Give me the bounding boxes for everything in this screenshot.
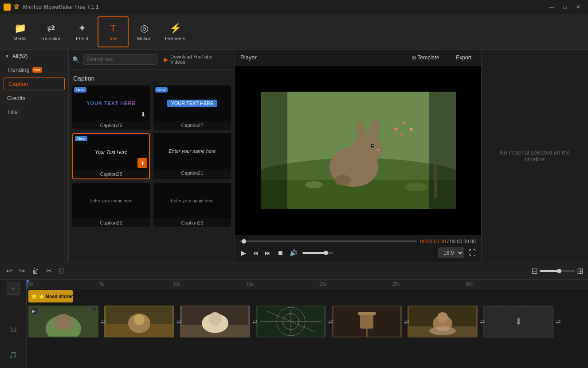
caption-card-28[interactable]: New Your Text Here + Caption28 (72, 133, 150, 179)
add-media-button[interactable]: + (7, 282, 20, 295)
volume-slider[interactable] (302, 252, 333, 254)
sticker-track-row: Track1 ⭐ ⭐ Mood stickers (27, 289, 588, 304)
player-controls: 00:00:00.00 / 00:00:30.00 ▶ ⏮ ⏭ ⏹ 🔊 16:9 (235, 235, 481, 262)
caption26-text: YOUR TEXT HERE (86, 101, 136, 106)
time-display: 00:00:00.00 / 00:00:30.00 (420, 239, 476, 244)
transition-3[interactable]: ⇄ (252, 318, 258, 325)
content-grid: Caption New YOUR TEXT HERE ⬇ Caption26 N… (69, 70, 235, 262)
timeline-side-panel: + 🎞 🎵 (0, 280, 27, 368)
transition-2[interactable]: ⇄ (176, 318, 182, 325)
caption-card-21[interactable]: Enter your name here Caption21 (153, 133, 231, 179)
svg-point-29 (134, 314, 145, 325)
clip-thumb-3 (180, 306, 250, 337)
effect-tool[interactable]: ✦ Effect (67, 16, 98, 47)
video-clip-1[interactable]: ▶ (28, 306, 98, 337)
delete-button[interactable]: 🗑 (30, 265, 41, 277)
template-label: Template (418, 54, 439, 61)
video-clip-3[interactable] (180, 306, 250, 337)
transition-1[interactable]: ⇄ (101, 318, 106, 325)
maximize-button[interactable]: □ (559, 3, 571, 12)
caption-card-23[interactable]: Enter your name here Caption23 (153, 183, 231, 227)
zoom-out-button[interactable]: ⊟ (531, 266, 538, 276)
progress-bar[interactable] (240, 240, 417, 242)
caption-card-22[interactable]: Enter your name here Caption22 (72, 183, 150, 227)
credits-label: Credits (7, 95, 25, 101)
new-badge-26: New (74, 87, 86, 93)
elements-tool[interactable]: ⚡ Elements (160, 16, 191, 47)
mood-sticker-clip[interactable]: ⭐ ⭐ Mood stickers (28, 290, 73, 302)
caption28-name: Caption28 (73, 170, 149, 178)
crop-button[interactable]: ⊡ (57, 265, 67, 277)
video-area: ♥ ♥ ♥ ♥ (235, 66, 481, 235)
video-clip-6[interactable] (408, 306, 478, 337)
transition-tool[interactable]: ⇄ Transition (35, 16, 67, 47)
yt-icon: ▶ (164, 56, 169, 63)
clip-thumb-2 (104, 306, 174, 337)
app-icon (4, 4, 11, 11)
text-icon: T (110, 23, 116, 34)
sidebar-item-caption[interactable]: Caption (4, 77, 65, 90)
transition-4[interactable]: ⇄ (328, 318, 333, 325)
volume-button[interactable]: 🔊 (289, 248, 298, 257)
progress-knob (242, 239, 246, 244)
transition-7[interactable]: ⇄ (556, 318, 561, 325)
audio-track-row (27, 339, 588, 354)
stop-button[interactable]: ⏹ (276, 248, 284, 257)
undo-button[interactable]: ↩ (4, 265, 14, 277)
clip1-preview: ▶ (30, 306, 97, 337)
titlebar: ♛ MiniTool MovieMaker Free 7.1.1 — □ ✕ (0, 0, 588, 14)
search-icon: 🔍 (72, 56, 79, 63)
download-clip-icon[interactable]: ⬇ (484, 306, 553, 337)
svg-rect-42 (358, 312, 376, 315)
search-input[interactable] (83, 54, 157, 65)
music-icon: 🎵 (9, 351, 17, 358)
sidebar-item-trending[interactable]: Trending Hot (0, 63, 68, 77)
text-tool[interactable]: T Text (98, 16, 129, 47)
minimize-button[interactable]: — (545, 3, 558, 12)
caption27-name: Caption27 (153, 121, 231, 130)
fullscreen-button[interactable]: ⛶ (469, 249, 476, 257)
redo-button[interactable]: ↪ (17, 265, 27, 277)
sidebar-item-credits[interactable]: Credits (0, 91, 68, 105)
track-icons: 🎞 🎵 (0, 297, 26, 362)
zoom-slider[interactable] (540, 270, 575, 272)
next-frame-button[interactable]: ⏭ (264, 248, 272, 257)
template-button[interactable]: ⊞ Template (407, 53, 444, 62)
sidebar-item-title[interactable]: Title (0, 105, 68, 119)
video-clip-4[interactable] (256, 306, 326, 337)
motion-tool[interactable]: ◎ Motion (129, 16, 160, 47)
aspect-ratio-select[interactable]: 16:9 9:16 1:1 4:3 (439, 248, 464, 258)
svg-rect-43 (366, 329, 368, 337)
svg-point-12 (405, 182, 427, 191)
caption-card-26[interactable]: New YOUR TEXT HERE ⬇ Caption26 (72, 85, 150, 130)
video-clip-2[interactable] (104, 306, 174, 337)
yt-download-button[interactable]: ▶ Download YouTube Videos (161, 52, 231, 66)
timeline-toolbar: ↩ ↪ 🗑 ✂ ⊡ ⊟ ⊞ (0, 262, 588, 280)
video-clip-7[interactable]: ⬇ (483, 306, 553, 337)
play-button[interactable]: ▶ (240, 248, 247, 257)
media-tool[interactable]: 📁 Media (4, 16, 35, 47)
clip-thumb-5 (332, 306, 402, 337)
caption21-name: Caption21 (153, 169, 231, 178)
prev-frame-button[interactable]: ⏮ (251, 248, 259, 257)
ruler-20s: 20s (319, 282, 326, 287)
timeline: ↩ ↪ 🗑 ✂ ⊡ ⊟ ⊞ + 🎞 🎵 (0, 262, 588, 368)
export-button[interactable]: ↑ Export (447, 53, 476, 62)
sticker-track-icon (0, 297, 26, 312)
video-clip-5[interactable] (332, 306, 402, 337)
transition-6[interactable]: ⇄ (480, 318, 485, 325)
zoom-in-button[interactable]: ⊞ (577, 266, 584, 276)
svg-rect-19 (429, 92, 456, 209)
svg-text:♥: ♥ (409, 126, 413, 133)
timeline-content[interactable]: 0s 5s 10s 15s 20s 25s 30s Track1 ⭐ ⭐ Moo… (27, 280, 588, 368)
all-category-header[interactable]: ▼ All(52) (0, 50, 68, 63)
add-button-28[interactable]: + (137, 158, 147, 168)
transition-5[interactable]: ⇄ (404, 318, 409, 325)
close-button[interactable]: ✕ (572, 3, 584, 12)
player-actions: ⊞ Template ↑ Export (407, 53, 476, 62)
cut-button[interactable]: ✂ (44, 265, 54, 277)
clip-thumb-4 (256, 306, 326, 337)
download-icon-26[interactable]: ⬇ (138, 109, 148, 119)
clip4-preview (258, 306, 324, 337)
caption-card-27[interactable]: New YOUR TEXT HERE Caption27 (153, 85, 231, 130)
